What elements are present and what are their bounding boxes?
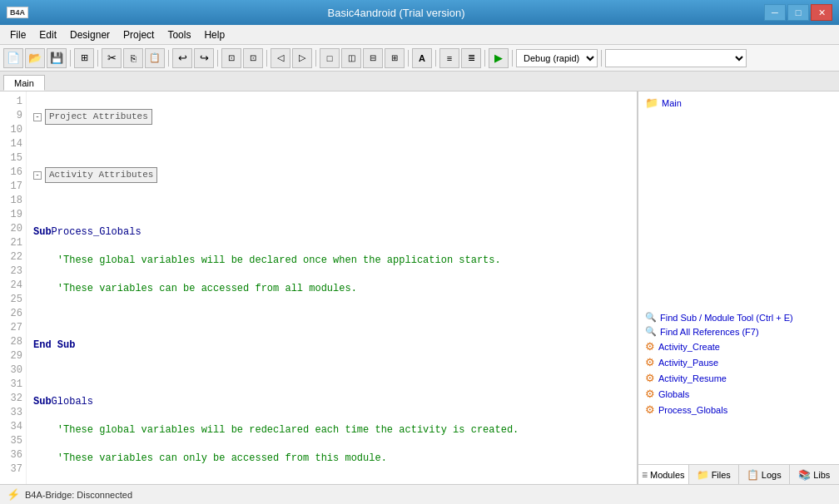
toolbar-cut[interactable]: ✂ — [102, 48, 122, 68]
toolbar-b1[interactable]: ⊡ — [221, 48, 241, 68]
code-line-1: -Project Attributes — [33, 109, 519, 125]
toolbar-run[interactable]: ▶ — [489, 48, 509, 68]
right-panel-main-link[interactable]: Main — [662, 98, 682, 108]
toolbar-save[interactable]: 💾 — [47, 48, 67, 68]
right-panel-globals: ⚙ Globals — [642, 386, 836, 402]
modules-tab-icon: ≡ — [642, 469, 648, 481]
toolbar-new[interactable]: 📄 — [3, 48, 23, 68]
logs-tab-label: Logs — [762, 470, 782, 480]
toolbar-indent[interactable]: ≡ — [439, 48, 459, 68]
code-line-24 — [33, 480, 519, 484]
right-panel-tree-main: 📁 Main — [642, 95, 836, 111]
libs-tab-icon: 📚 — [798, 469, 811, 481]
tab-libs[interactable]: 📚 Libs — [790, 465, 840, 484]
title-bar: B4A Basic4android (Trial version) ─ □ ✕ — [0, 0, 839, 25]
right-panel-find-sub: 🔍 Find Sub / Module Tool (Ctrl + E) — [642, 310, 836, 324]
status-icon: ⚡ — [7, 488, 20, 501]
menu-edit[interactable]: Edit — [32, 27, 63, 42]
sep9 — [484, 50, 485, 67]
code-line-15: Sub Process_Globals — [33, 225, 519, 240]
toolbar-sq2[interactable]: ◫ — [341, 48, 361, 68]
right-panel-activity-create: ⚙ Activity_Create — [642, 338, 836, 354]
menu-project[interactable]: Project — [117, 27, 161, 42]
debug-mode-dropdown[interactable]: Debug (rapid) — [516, 49, 598, 67]
code-line-18 — [33, 310, 519, 324]
menu-designer[interactable]: Designer — [63, 27, 117, 42]
collapse-10[interactable]: - — [33, 171, 42, 180]
tab-files[interactable]: 📁 Files — [689, 465, 740, 484]
code-line-22: 'These global variables will be redeclar… — [33, 423, 519, 437]
toolbar-copy[interactable]: ⎘ — [123, 48, 143, 68]
find-sub-link[interactable]: Find Sub / Module Tool (Ctrl + E) — [660, 313, 793, 323]
sep2 — [97, 50, 98, 67]
sep7 — [408, 50, 409, 67]
tab-bar: Main — [0, 72, 839, 91]
code-scroll[interactable]: 1 9 10 14 15 16 17 18 19 20 21 22 23 24 … — [0, 91, 637, 484]
right-panel-spacer — [642, 111, 836, 310]
toolbar-sq4[interactable]: ⊞ — [385, 48, 405, 68]
activity-pause-icon: ⚙ — [645, 356, 655, 368]
toolbar-sq3[interactable]: ⊟ — [363, 48, 383, 68]
globals-icon: ⚙ — [645, 388, 655, 400]
files-tab-label: Files — [712, 470, 731, 480]
globals-link[interactable]: Globals — [658, 389, 689, 399]
code-line-17: 'These variables can be accessed from al… — [33, 282, 519, 296]
status-text: B4A-Bridge: Disconnected — [25, 490, 132, 500]
toolbar-outdent[interactable]: ≣ — [461, 48, 481, 68]
activity-resume-link[interactable]: Activity_Resume — [658, 373, 727, 383]
logs-tab-icon: 📋 — [747, 469, 759, 481]
find-refs-link[interactable]: Find All References (F7) — [660, 327, 759, 337]
code-editor: 1 9 10 14 15 16 17 18 19 20 21 22 23 24 … — [0, 91, 638, 484]
code-line-14 — [33, 197, 519, 211]
toolbar-fwd[interactable]: ▷ — [292, 48, 312, 68]
right-panel-content: 📁 Main 🔍 Find Sub / Module Tool (Ctrl + … — [638, 91, 839, 464]
title-bar-controls: ─ □ ✕ — [764, 4, 832, 21]
toolbar-undo[interactable]: ↩ — [172, 48, 192, 68]
code-line-9 — [33, 139, 519, 153]
code-inner: 1 9 10 14 15 16 17 18 19 20 21 22 23 24 … — [0, 91, 637, 484]
module-dropdown[interactable] — [605, 49, 747, 67]
right-panel-process-globals: ⚙ Process_Globals — [642, 402, 836, 418]
code-lines[interactable]: -Project Attributes -Activity Attributes… — [27, 91, 525, 484]
activity-resume-icon: ⚙ — [645, 372, 655, 384]
main-content: 1 9 10 14 15 16 17 18 19 20 21 22 23 24 … — [0, 91, 839, 484]
folder-icon: 📁 — [645, 96, 658, 109]
activity-pause-link[interactable]: Activity_Pause — [658, 358, 718, 368]
maximize-button[interactable]: □ — [787, 4, 809, 21]
sep5 — [266, 50, 267, 67]
code-line-23: 'These variables can only be accessed fr… — [33, 452, 519, 466]
process-globals-link[interactable]: Process_Globals — [658, 405, 727, 415]
files-tab-icon: 📁 — [697, 469, 709, 481]
right-panel-tabs: ≡ Modules 📁 Files 📋 Logs 📚 Libs — [638, 464, 839, 484]
tab-modules[interactable]: ≡ Modules — [638, 465, 689, 484]
collapse-1[interactable]: - — [33, 113, 42, 121]
right-panel: 📁 Main 🔍 Find Sub / Module Tool (Ctrl + … — [638, 91, 839, 484]
sep8 — [435, 50, 436, 67]
toolbar-b2[interactable]: ⊡ — [243, 48, 263, 68]
minimize-button[interactable]: ─ — [764, 4, 786, 21]
toolbar-sq1[interactable]: □ — [320, 48, 340, 68]
sep4 — [217, 50, 218, 67]
find-sub-icon: 🔍 — [645, 312, 657, 323]
tab-logs[interactable]: 📋 Logs — [739, 465, 790, 484]
right-panel-activity-resume: ⚙ Activity_Resume — [642, 370, 836, 386]
right-panel-find-refs: 🔍 Find All References (F7) — [642, 324, 836, 338]
activity-create-link[interactable]: Activity_Create — [658, 342, 720, 352]
sep11 — [601, 50, 602, 67]
libs-tab-label: Libs — [813, 470, 830, 480]
toolbar-redo[interactable]: ↪ — [194, 48, 214, 68]
toolbar-open[interactable]: 📂 — [25, 48, 45, 68]
menu-tools[interactable]: Tools — [161, 27, 197, 42]
menu-file[interactable]: File — [3, 27, 32, 42]
toolbar-font-a[interactable]: A — [412, 48, 432, 68]
close-button[interactable]: ✕ — [811, 4, 832, 21]
tab-main[interactable]: Main — [3, 75, 45, 91]
toolbar-copy-module[interactable]: ⊞ — [74, 48, 94, 68]
sep10 — [512, 50, 513, 67]
region-activity: Activity Attributes — [45, 167, 157, 183]
menu-help[interactable]: Help — [197, 27, 231, 42]
toolbar-back[interactable]: ◁ — [271, 48, 290, 68]
code-line-19: End Sub — [33, 338, 519, 353]
region-project: Project Attributes — [45, 109, 152, 125]
toolbar-paste[interactable]: 📋 — [145, 48, 165, 68]
